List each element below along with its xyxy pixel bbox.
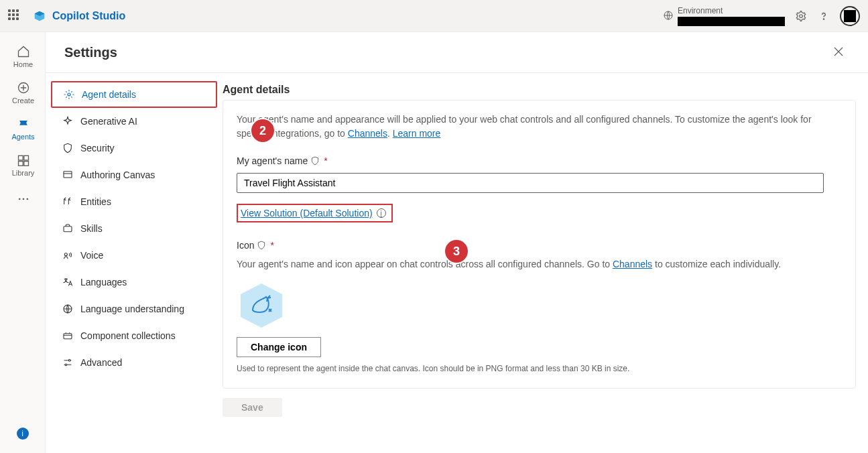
svg-point-1 <box>800 14 803 17</box>
annotation-badge-3: 3 <box>445 240 468 263</box>
avatar-image <box>844 10 856 22</box>
sidebar-item-label: Advanced <box>80 357 122 368</box>
left-rail: Home Create Agents Library i <box>0 32 46 453</box>
entities-icon <box>62 196 74 208</box>
agent-details-card: Your agent's name and appearance will be… <box>223 100 856 389</box>
sidebar-item-label: Security <box>80 143 115 153</box>
plus-circle-icon <box>16 80 31 95</box>
sidebar-item-label: Languages <box>80 277 127 287</box>
shield-icon <box>257 241 266 250</box>
sidebar-item-label: Authoring Canvas <box>80 170 155 180</box>
environment-label: Environment <box>678 6 785 15</box>
settings-gear-icon[interactable] <box>794 9 808 23</box>
environment-name-redacted <box>678 17 785 26</box>
agent-name-input[interactable] <box>237 173 824 193</box>
sidebar-item-authoring-canvas[interactable]: Authoring Canvas <box>51 161 217 188</box>
content-row: Agent details Generative AI Security Aut… <box>46 73 868 453</box>
rail-home[interactable]: Home <box>3 40 43 72</box>
agent-icon-preview <box>237 281 286 330</box>
copilot-logo-icon <box>32 9 47 23</box>
svg-rect-12 <box>64 172 72 178</box>
sidebar-item-security[interactable]: Security <box>51 135 217 161</box>
channels-link[interactable]: Channels <box>348 128 387 139</box>
advanced-icon <box>62 357 74 369</box>
user-avatar[interactable] <box>840 6 860 26</box>
app-title: Copilot Studio <box>52 10 125 22</box>
view-solution-link[interactable]: View Solution (Default Solution) i <box>237 204 393 222</box>
desc-text-part: to customize each individually. <box>652 259 781 269</box>
sidebar-item-component-collections[interactable]: Component collections <box>51 322 217 349</box>
page-header: Settings <box>46 32 868 72</box>
agent-details-description: Your agent's name and appearance will be… <box>237 113 842 141</box>
sidebar-item-agent-details[interactable]: Agent details <box>51 81 217 108</box>
rail-library[interactable]: Library <box>3 149 43 181</box>
close-button[interactable] <box>828 42 849 63</box>
sidebar-item-label: Voice <box>80 250 103 261</box>
svg-point-18 <box>65 364 67 366</box>
canvas-icon <box>62 169 74 181</box>
header-right: Environment <box>663 6 860 26</box>
svg-point-11 <box>68 93 70 96</box>
sidebar-item-advanced[interactable]: Advanced <box>51 349 217 376</box>
svg-point-14 <box>64 253 67 256</box>
globe-icon <box>663 10 674 21</box>
channels-link-2[interactable]: Channels <box>613 259 652 269</box>
app-launcher-icon[interactable] <box>8 9 21 23</box>
close-icon <box>833 46 844 57</box>
home-icon <box>16 44 31 59</box>
rail-info-icon[interactable]: i <box>17 428 29 440</box>
settings-sidebar: Agent details Generative AI Security Aut… <box>46 73 223 453</box>
icon-description: Your agent's name and icon appear on cha… <box>237 257 842 271</box>
sidebar-item-label: Skills <box>80 223 103 234</box>
sidebar-item-language-understanding[interactable]: Language understanding <box>51 296 217 322</box>
icon-label: Icon * <box>237 240 842 251</box>
rail-library-label: Library <box>12 169 35 177</box>
svg-marker-19 <box>241 283 282 328</box>
field-label-text: My agent's name <box>237 155 308 166</box>
agents-icon <box>16 117 31 131</box>
product-logo[interactable]: Copilot Studio <box>32 9 125 23</box>
svg-rect-13 <box>64 226 72 232</box>
rail-create[interactable]: Create <box>3 76 43 109</box>
languages-icon <box>62 276 74 288</box>
shield-icon <box>62 142 74 154</box>
svg-rect-4 <box>18 155 23 160</box>
understanding-icon <box>62 303 74 315</box>
voice-icon <box>62 249 74 261</box>
sidebar-item-languages[interactable]: Languages <box>51 269 217 296</box>
rail-agents[interactable]: Agents <box>3 113 43 145</box>
change-icon-button[interactable]: Change icon <box>237 337 321 357</box>
required-indicator: * <box>324 155 327 166</box>
rail-create-label: Create <box>12 96 34 105</box>
sidebar-item-entities[interactable]: Entities <box>51 188 217 215</box>
desc-period: . <box>387 128 393 139</box>
agent-name-label: My agent's name * <box>237 155 842 166</box>
gear-icon <box>63 88 75 101</box>
svg-point-10 <box>26 198 28 200</box>
rail-more[interactable] <box>3 188 43 210</box>
svg-rect-16 <box>64 334 72 339</box>
sidebar-item-generative-ai[interactable]: Generative AI <box>51 108 217 135</box>
content-panel: Agent details Your agent's name and appe… <box>223 73 868 453</box>
section-title: Agent details <box>223 84 856 96</box>
save-button[interactable]: Save <box>223 398 282 417</box>
sidebar-item-voice[interactable]: Voice <box>51 242 217 269</box>
field-label-text: Icon <box>237 240 254 251</box>
learn-more-link[interactable]: Learn more <box>393 128 441 139</box>
sidebar-item-label: Component collections <box>80 330 176 341</box>
rail-home-label: Home <box>13 60 33 68</box>
svg-rect-6 <box>18 161 23 166</box>
sidebar-item-label: Entities <box>80 196 111 207</box>
help-icon[interactable] <box>817 9 830 23</box>
environment-picker[interactable]: Environment <box>663 6 785 26</box>
sidebar-item-label: Generative AI <box>80 116 137 127</box>
annotation-badge-2: 2 <box>251 119 274 142</box>
svg-point-9 <box>22 198 24 200</box>
page-title: Settings <box>64 45 117 60</box>
library-icon <box>16 153 31 168</box>
ellipsis-icon <box>16 192 31 206</box>
svg-rect-5 <box>23 155 28 160</box>
svg-point-17 <box>68 359 70 361</box>
desc-text-part: Your agent's name and icon appear on cha… <box>237 259 613 269</box>
sidebar-item-skills[interactable]: Skills <box>51 215 217 242</box>
